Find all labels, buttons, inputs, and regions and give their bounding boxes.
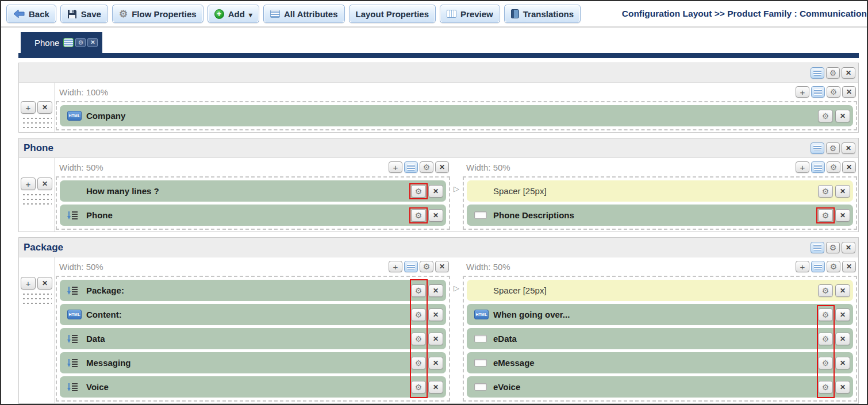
section-gear-button[interactable] — [826, 67, 840, 79]
column-add-button[interactable] — [796, 86, 809, 98]
tab-list-icon[interactable] — [63, 38, 74, 47]
tab-gear-icon[interactable] — [75, 38, 86, 47]
element-row-edata[interactable]: eData — [467, 328, 853, 349]
column-gear-button[interactable] — [420, 161, 433, 173]
element-row-voice[interactable]: Voice — [60, 376, 446, 398]
column-add-button[interactable] — [389, 161, 402, 173]
element-close-button[interactable] — [835, 333, 850, 345]
section-gear-button[interactable] — [826, 142, 840, 154]
element-close-button[interactable] — [428, 209, 443, 222]
column-gear-button[interactable] — [420, 261, 433, 272]
flow-properties-button[interactable]: Flow Properties — [112, 5, 203, 23]
element-gear-button[interactable] — [411, 209, 426, 222]
column-attributes-button[interactable] — [811, 86, 825, 98]
column-close-button[interactable] — [842, 86, 856, 98]
element-close-button[interactable] — [835, 110, 850, 122]
all-attributes-button[interactable]: All Attributes — [263, 5, 345, 23]
column-attributes-button[interactable] — [811, 161, 825, 173]
element-close-button[interactable] — [835, 381, 850, 394]
column-close-button[interactable] — [435, 261, 449, 272]
tab-close-icon[interactable] — [87, 38, 98, 47]
handle-add-button[interactable] — [21, 178, 36, 190]
element-gear-button[interactable] — [818, 357, 833, 369]
element-row-content[interactable]: HTML Content: — [60, 304, 446, 325]
section-attributes-button[interactable] — [811, 242, 824, 253]
handle-remove-button[interactable] — [37, 178, 52, 190]
list-icon — [67, 383, 78, 392]
column-gear-button[interactable] — [827, 86, 840, 98]
handle-remove-button[interactable] — [37, 277, 52, 290]
element-close-button[interactable] — [428, 308, 443, 321]
element-gear-button[interactable] — [818, 209, 833, 222]
element-row-spacer[interactable]: Spacer [25px] — [467, 180, 853, 202]
element-gear-button[interactable] — [818, 284, 833, 297]
element-close-button[interactable] — [835, 209, 850, 222]
element-close-button[interactable] — [428, 185, 443, 198]
section-close-button[interactable] — [842, 242, 855, 253]
column-gear-button[interactable] — [827, 261, 840, 272]
save-button[interactable]: Save — [60, 5, 108, 23]
section-gear-button[interactable] — [826, 242, 840, 253]
element-label: How many lines ? — [86, 186, 159, 196]
element-row-spacer[interactable]: Spacer [25px] — [467, 280, 853, 301]
element-gear-button[interactable] — [411, 381, 426, 394]
column-add-button[interactable] — [389, 261, 402, 272]
column-attributes-button[interactable] — [404, 161, 418, 173]
save-floppy-icon — [67, 9, 77, 19]
element-gear-button[interactable] — [818, 308, 833, 321]
element-gear-button[interactable] — [818, 110, 833, 122]
section-close-button[interactable] — [842, 67, 855, 79]
column-gear-button[interactable] — [827, 161, 840, 173]
column-attributes-button[interactable] — [404, 261, 418, 272]
element-close-button[interactable] — [835, 357, 850, 369]
preview-button[interactable]: Preview — [440, 5, 500, 23]
element-gear-button[interactable] — [818, 333, 833, 345]
element-row-how-many-lines[interactable]: How many lines ? — [60, 180, 446, 202]
drag-handle-dots[interactable] — [22, 292, 52, 307]
element-gear-button[interactable] — [411, 308, 426, 321]
element-close-button[interactable] — [428, 381, 443, 394]
translations-button[interactable]: Translations — [504, 5, 581, 23]
tab-phone[interactable]: Phone — [21, 32, 102, 53]
element-row-emessage[interactable]: eMessage — [467, 352, 853, 373]
drag-handle-dots[interactable] — [22, 192, 52, 207]
list-icon — [67, 211, 78, 220]
element-gear-button[interactable] — [818, 185, 833, 198]
add-button[interactable]: Add — [208, 5, 259, 23]
element-row-when-going-over[interactable]: HTML When going over... — [467, 304, 853, 325]
section-close-button[interactable] — [842, 142, 855, 154]
layout-column-left: Width: 50% How many lines ? — [55, 158, 451, 232]
element-close-button[interactable] — [835, 185, 850, 198]
element-close-button[interactable] — [835, 308, 850, 321]
element-gear-button[interactable] — [411, 185, 426, 198]
handle-remove-button[interactable] — [37, 101, 52, 114]
drag-handle-dots[interactable] — [22, 116, 52, 131]
element-row-company[interactable]: HTML Company — [60, 105, 853, 126]
column-add-button[interactable] — [796, 161, 809, 173]
element-gear-button[interactable] — [411, 284, 426, 297]
element-row-package[interactable]: Package: — [60, 280, 446, 301]
column-close-button[interactable] — [842, 261, 856, 272]
element-row-data[interactable]: Data — [60, 328, 446, 349]
element-row-phone-descriptions[interactable]: Phone Descriptions — [467, 205, 853, 226]
element-close-button[interactable] — [428, 284, 443, 297]
back-button[interactable]: Back — [6, 5, 56, 23]
element-gear-button[interactable] — [411, 357, 426, 369]
column-attributes-button[interactable] — [811, 261, 825, 272]
element-close-button[interactable] — [428, 357, 443, 369]
column-close-button[interactable] — [435, 161, 449, 173]
column-close-button[interactable] — [842, 161, 856, 173]
element-row-evoice[interactable]: eVoice — [467, 376, 853, 398]
handle-add-button[interactable] — [21, 277, 36, 290]
handle-add-button[interactable] — [21, 101, 36, 114]
element-close-button[interactable] — [428, 333, 443, 345]
element-row-messaging[interactable]: Messaging — [60, 352, 446, 373]
column-add-button[interactable] — [796, 261, 809, 272]
element-gear-button[interactable] — [818, 381, 833, 394]
element-gear-button[interactable] — [411, 333, 426, 345]
element-row-phone[interactable]: Phone — [60, 205, 446, 226]
layout-properties-button[interactable]: Layout Properties — [349, 5, 436, 23]
section-attributes-button[interactable] — [811, 67, 824, 79]
element-close-button[interactable] — [835, 284, 850, 297]
section-attributes-button[interactable] — [811, 142, 824, 154]
